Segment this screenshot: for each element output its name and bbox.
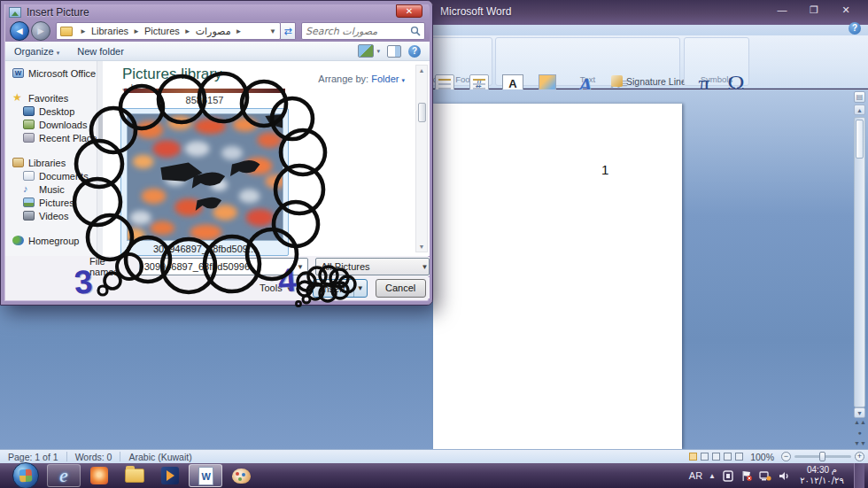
taskbar: e AR ▲ 04:30 م ٢٠١٢/١٠/٢٩ (0, 463, 868, 488)
clock[interactable]: 04:30 م ٢٠١٢/١٠/٢٩ (796, 465, 848, 486)
sidebar-scrollbar[interactable] (97, 61, 103, 256)
fullscreen-view-icon[interactable] (701, 453, 709, 461)
back-button[interactable]: ◄ (10, 21, 29, 41)
next-page-icon[interactable]: ▼▼ (854, 438, 865, 449)
sidebar-item-desktop[interactable]: Desktop (5, 105, 97, 118)
insert-button[interactable]: Insert (314, 280, 353, 297)
sidebar-item-pictures[interactable]: Pictures (5, 196, 97, 209)
print-layout-view-icon[interactable] (689, 453, 697, 461)
sidebar-item-videos[interactable]: Videos (5, 209, 97, 222)
organize-button[interactable]: Organize ▾ (5, 46, 68, 57)
new-folder-button[interactable]: New folder (68, 46, 133, 57)
breadcrumb-libraries[interactable]: Libraries (91, 26, 128, 36)
document-page[interactable]: 1 (433, 104, 682, 449)
scrollbar-track[interactable] (854, 117, 865, 407)
hidden-icons-icon[interactable]: ▲ (709, 472, 716, 480)
forward-button[interactable]: ► (31, 21, 50, 41)
navigation-pane: WMicrosoft Office W ★Favorites Desktop D… (5, 61, 97, 256)
file-scrollbar-thumb[interactable] (418, 103, 426, 122)
sidebar-item-downloads[interactable]: Downloads (5, 118, 97, 131)
arrange-by-value: Folder (371, 74, 399, 84)
dialog-help-icon[interactable]: ? (408, 45, 421, 58)
previous-page-icon[interactable]: ▲▲ (854, 417, 865, 428)
sidebar-item-recent-places[interactable]: Recent Places (5, 131, 97, 144)
dialog-close-button[interactable]: ✕ (396, 4, 422, 18)
status-page[interactable]: Page: 1 of 1 (0, 452, 66, 462)
scroll-up-icon[interactable]: ▲ (418, 67, 425, 74)
word-icon: W (12, 68, 24, 78)
help-icon[interactable]: ? (849, 22, 861, 35)
arrange-by-control[interactable]: Arrange by: Folder ▾ (318, 74, 405, 84)
views-button[interactable]: ▾ (358, 44, 380, 58)
views-icon (358, 44, 374, 58)
tray-date: ٢٠١٢/١٠/٢٩ (796, 476, 848, 486)
zoom-level[interactable]: 100% (750, 452, 774, 462)
file-item-partial[interactable] (124, 89, 285, 93)
scrollbar-thumb[interactable] (856, 120, 864, 159)
show-desktop-button[interactable] (854, 463, 864, 488)
sidebar-item-favorites[interactable]: ★Favorites (5, 91, 97, 105)
breadcrumb-pictures[interactable]: Pictures (144, 26, 180, 36)
start-button[interactable] (12, 462, 39, 488)
document-scrollbar[interactable]: ▤ ▲ ▼ ▲▲ ● ▼▼ (853, 90, 866, 449)
network-icon[interactable] (759, 470, 771, 482)
file-list-scrollbar[interactable]: ▲ ▼ (415, 65, 428, 252)
outline-view-icon[interactable] (724, 453, 732, 461)
chevron-down-icon[interactable]: ▼ (415, 263, 429, 271)
music-icon: ♪ (23, 184, 35, 194)
volume-icon[interactable] (778, 470, 790, 482)
search-input[interactable] (306, 26, 410, 37)
sidebar-item-homegroup[interactable]: Homegroup (5, 234, 97, 247)
dialog-titlebar[interactable]: Insert Picture ✕ (5, 4, 430, 20)
taskbar-paint[interactable] (224, 464, 258, 487)
goldfish-thumbnail[interactable] (127, 113, 283, 241)
sidebar-item-office[interactable]: WMicrosoft Office W (5, 66, 97, 80)
taskbar-internet-explorer[interactable]: e (47, 464, 81, 487)
picture-icon (9, 7, 21, 18)
breadcrumb[interactable]: ► Libraries ► Pictures ► مصورات ► ▼ (56, 22, 281, 40)
file-item-name[interactable]: 8586157 (124, 95, 285, 105)
selected-file-item[interactable]: 309946897_68fbd509... (120, 108, 289, 256)
power-icon[interactable] (722, 470, 734, 482)
pictures-icon (23, 198, 35, 207)
restore-button[interactable]: ❐ (802, 4, 825, 17)
status-words[interactable]: Words: 0 (67, 452, 120, 462)
language-indicator[interactable]: AR (689, 470, 702, 481)
ruler-toggle-icon[interactable]: ▤ (854, 91, 865, 103)
breadcrumb-folder-arabic[interactable]: مصورات (196, 26, 231, 37)
zoom-out-icon[interactable]: − (781, 452, 791, 461)
signature-line-button[interactable]: Signature Line▾ (611, 75, 693, 87)
zoom-in-icon[interactable]: + (855, 452, 864, 461)
draft-view-icon[interactable] (735, 453, 743, 461)
search-box[interactable] (301, 22, 425, 40)
taskbar-word[interactable] (189, 464, 222, 487)
scroll-up-icon[interactable]: ▲ (854, 105, 865, 115)
browse-object-icon[interactable]: ● (854, 428, 865, 438)
status-language[interactable]: Arabic (Kuwait) (120, 452, 199, 462)
close-button[interactable]: ✕ (834, 4, 857, 17)
taskbar-photo-gallery[interactable] (82, 464, 116, 487)
action-center-flag-icon[interactable] (740, 470, 753, 482)
zoom-slider[interactable] (794, 455, 851, 458)
tray-time: 04:30 م (796, 465, 848, 476)
insert-split-button[interactable]: Insert ▼ (313, 279, 368, 298)
preview-pane-icon[interactable] (387, 45, 401, 58)
file-name-input[interactable] (140, 261, 289, 272)
zoom-slider-thumb[interactable] (819, 452, 825, 461)
desktop-icon (23, 106, 35, 116)
documents-icon (23, 171, 35, 181)
taskbar-explorer[interactable] (118, 464, 151, 487)
file-type-combobox[interactable]: All Pictures ▼ (315, 258, 430, 275)
file-name-label: File name: (89, 256, 135, 277)
minimize-button[interactable]: — (771, 4, 794, 17)
taskbar-media-player[interactable] (153, 464, 187, 487)
scroll-down-icon[interactable]: ▼ (418, 244, 425, 250)
cancel-button[interactable]: Cancel (376, 279, 426, 298)
refresh-icon[interactable]: ⇄ (281, 22, 296, 40)
insert-dropdown-icon[interactable]: ▼ (353, 280, 367, 297)
breadcrumb-dropdown-icon[interactable]: ▼ (269, 27, 276, 35)
web-layout-view-icon[interactable] (712, 453, 720, 461)
sidebar-item-music[interactable]: ♪Music (5, 182, 97, 196)
sidebar-item-documents[interactable]: Documents (5, 169, 97, 182)
sidebar-item-libraries[interactable]: Libraries (5, 156, 97, 169)
